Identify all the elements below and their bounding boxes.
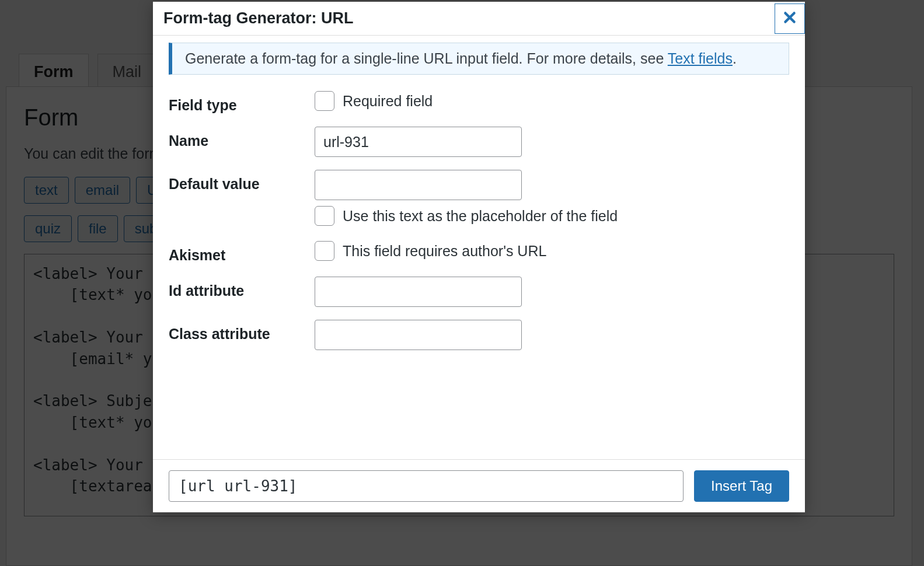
label-field-type: Field type (169, 91, 315, 114)
insert-tag-label: Insert Tag (711, 478, 772, 494)
required-field-checkbox[interactable] (315, 91, 334, 111)
required-field-label: Required field (343, 93, 433, 110)
row-field-type: Field type Required field (169, 91, 789, 114)
info-box: Generate a form-tag for a single-line UR… (169, 43, 789, 75)
row-name: Name (169, 127, 789, 157)
tag-output-field[interactable] (169, 470, 684, 502)
row-class-attr: Class attribute (169, 320, 789, 350)
insert-tag-button[interactable]: Insert Tag (694, 470, 789, 502)
placeholder-label: Use this text as the placeholder of the … (343, 208, 618, 225)
name-input[interactable] (315, 127, 522, 157)
close-icon (782, 10, 797, 27)
info-text-suffix: . (733, 50, 737, 67)
class-attr-input[interactable] (315, 320, 522, 350)
placeholder-wrapper[interactable]: Use this text as the placeholder of the … (315, 206, 789, 226)
label-class-attr: Class attribute (169, 320, 315, 343)
default-value-input[interactable] (315, 170, 522, 200)
akismet-label: This field requires author's URL (343, 243, 546, 260)
modal-body: Generate a form-tag for a single-line UR… (153, 36, 805, 459)
form-tag-generator-modal: Form-tag Generator: URL Generate a form-… (153, 2, 805, 512)
modal-header: Form-tag Generator: URL (153, 2, 805, 36)
modal-title: Form-tag Generator: URL (153, 2, 364, 35)
akismet-wrapper[interactable]: This field requires author's URL (315, 241, 789, 261)
required-field-wrapper[interactable]: Required field (315, 91, 789, 111)
row-akismet: Akismet This field requires author's URL (169, 241, 789, 264)
info-text-prefix: Generate a form-tag for a single-line UR… (185, 50, 668, 67)
id-attr-input[interactable] (315, 277, 522, 307)
label-name: Name (169, 127, 315, 149)
row-id-attr: Id attribute (169, 277, 789, 307)
row-default-value: Default value (169, 170, 789, 200)
akismet-checkbox[interactable] (315, 241, 334, 261)
label-default-value: Default value (169, 170, 315, 193)
placeholder-checkbox[interactable] (315, 206, 334, 226)
modal-footer: Insert Tag (153, 459, 805, 512)
label-id-attr: Id attribute (169, 277, 315, 299)
modal-close-button[interactable] (775, 4, 805, 34)
info-link[interactable]: Text fields (668, 50, 733, 67)
row-placeholder-option: Use this text as the placeholder of the … (169, 206, 789, 226)
label-akismet: Akismet (169, 241, 315, 264)
